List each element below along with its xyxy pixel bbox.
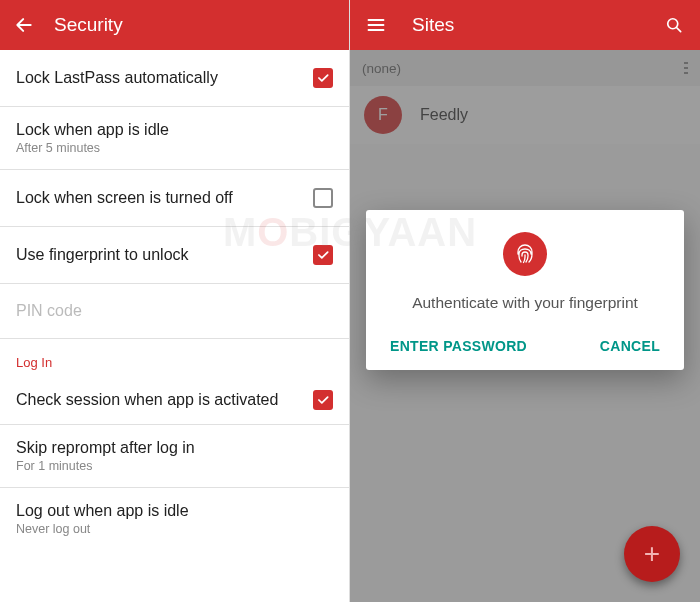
page-title: Security [54, 14, 123, 36]
back-icon[interactable] [12, 13, 36, 37]
row-lock-idle[interactable]: Lock when app is idle After 5 minutes [0, 107, 349, 170]
row-label: Lock when screen is turned off [16, 189, 313, 207]
row-pin-code: PIN code [0, 284, 349, 339]
row-logout-idle[interactable]: Log out when app is idle Never log out [0, 488, 349, 550]
plus-icon: + [644, 538, 660, 570]
search-icon[interactable] [662, 13, 686, 37]
enter-password-button[interactable]: ENTER PASSWORD [390, 338, 527, 354]
menu-icon[interactable] [364, 13, 388, 37]
app-bar: Sites [350, 0, 700, 50]
app-bar: Security [0, 0, 349, 50]
row-use-fingerprint[interactable]: Use fingerprint to unlock [0, 227, 349, 284]
checkbox-icon[interactable] [313, 68, 333, 88]
row-sub: Never log out [16, 522, 333, 536]
row-label: Lock LastPass automatically [16, 69, 313, 87]
row-label: Skip reprompt after log in [16, 439, 333, 457]
page-title: Sites [412, 14, 662, 36]
row-check-session[interactable]: Check session when app is activated [0, 376, 349, 425]
checkbox-icon[interactable] [313, 188, 333, 208]
row-label: Log out when app is idle [16, 502, 333, 520]
settings-pane: Security Lock LastPass automatically Loc… [0, 0, 350, 602]
row-label: Use fingerprint to unlock [16, 246, 313, 264]
fingerprint-dialog: Authenticate with your fingerprint ENTER… [366, 210, 684, 370]
row-lock-screen-off[interactable]: Lock when screen is turned off [0, 170, 349, 227]
checkbox-icon[interactable] [313, 390, 333, 410]
row-sub: After 5 minutes [16, 141, 333, 155]
sites-pane: Sites (none) F Feedly Authenticate with … [350, 0, 700, 602]
row-lock-auto[interactable]: Lock LastPass automatically [0, 50, 349, 107]
fingerprint-icon [503, 232, 547, 276]
section-login: Log In [0, 339, 349, 376]
row-skip-reprompt[interactable]: Skip reprompt after log in For 1 minutes [0, 425, 349, 488]
cancel-button[interactable]: CANCEL [600, 338, 660, 354]
add-fab[interactable]: + [624, 526, 680, 582]
checkbox-icon[interactable] [313, 245, 333, 265]
row-label: Check session when app is activated [16, 391, 313, 409]
row-label: PIN code [16, 302, 333, 320]
row-sub: For 1 minutes [16, 459, 333, 473]
row-label: Lock when app is idle [16, 121, 333, 139]
dialog-text: Authenticate with your fingerprint [386, 294, 664, 312]
